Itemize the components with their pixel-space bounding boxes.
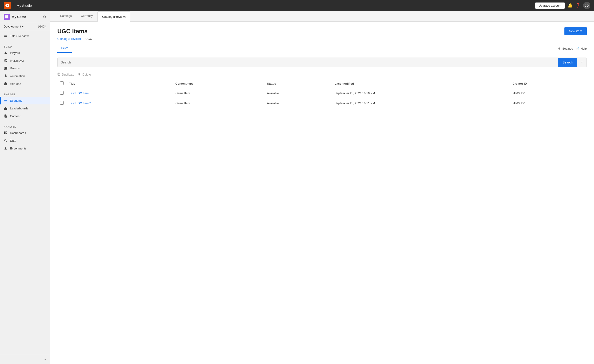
sidebar-item-content[interactable]: Content [0, 112, 50, 120]
search-input[interactable] [58, 58, 558, 67]
new-item-button[interactable]: New item [564, 27, 587, 35]
env-name: Development [4, 25, 21, 28]
row-title-2: Test UGC Item 2 [67, 98, 173, 108]
chart-icon [4, 34, 8, 38]
tab-catalogs[interactable]: Catalogs [55, 11, 76, 22]
sidebar-item-title-overview[interactable]: Title Overview [0, 32, 50, 40]
th-content-type: Content type [173, 79, 264, 88]
svg-rect-0 [5, 15, 7, 17]
app-body: My Game ⚙ Development ▾ 1/100K Title Ove… [0, 11, 594, 364]
tab-catalog-preview[interactable]: Catalog (Preview) [97, 11, 130, 22]
row-content-type-2: Game Item [173, 98, 264, 108]
sidebar-item-automation[interactable]: Automation [0, 72, 50, 80]
sidebar-item-data[interactable]: Data [0, 137, 50, 144]
row-checkbox-2[interactable] [60, 101, 64, 105]
inner-tabs: UGC ⚙ Settings 📄 Help [57, 44, 587, 53]
content-icon [4, 114, 8, 118]
page-header: UGC Items New item [57, 27, 587, 35]
engage-section: ENGAGE Economy Leaderboards Content [0, 89, 50, 122]
search-bar: Search [57, 58, 587, 67]
table-row: Test UGC Item Game Item Available Septem… [57, 88, 587, 98]
help-doc-icon: 📄 [576, 47, 579, 50]
game-selector[interactable]: My Game [4, 14, 26, 20]
svg-rect-1 [7, 15, 8, 17]
data-table: Title Content type Status Last modified [57, 79, 587, 108]
sidebar-item-label: Multiplayer [10, 59, 24, 62]
help-icon[interactable]: ❓ [575, 3, 580, 8]
th-creator-id: Creator ID [510, 79, 587, 88]
duplicate-icon [57, 73, 61, 76]
inner-tab-actions: ⚙ Settings 📄 Help [558, 47, 587, 50]
table-header: Title Content type Status Last modified [57, 79, 587, 88]
item-link-2[interactable]: Test UGC Item 2 [69, 101, 91, 105]
puzzle-icon [4, 82, 8, 86]
duplicate-button[interactable]: Duplicate [57, 72, 74, 77]
user-avatar[interactable]: JD [583, 2, 590, 9]
delete-icon [78, 73, 81, 76]
sidebar-item-economy[interactable]: Economy [0, 97, 50, 104]
upgrade-button[interactable]: Upgrade account [535, 2, 565, 9]
build-section-label: BUILD [0, 43, 50, 49]
tab-ugc[interactable]: UGC [57, 44, 72, 53]
economy-icon [4, 99, 8, 103]
th-last-modified: Last modified [332, 79, 510, 88]
select-all-checkbox[interactable] [60, 81, 64, 85]
tab-currency[interactable]: Currency [76, 11, 97, 22]
svg-rect-2 [5, 17, 7, 18]
person-icon [4, 51, 8, 55]
nav-divider [14, 3, 14, 8]
data-icon [4, 139, 8, 143]
game-icon [4, 14, 10, 20]
row-checkbox-1[interactable] [60, 91, 64, 95]
sidebar-item-players[interactable]: Players [0, 49, 50, 57]
bell-icon[interactable]: 🔔 [568, 3, 573, 8]
table-actions: Duplicate Delete [57, 72, 587, 77]
sidebar-item-addons[interactable]: Add-ons [0, 80, 50, 88]
sidebar-item-groups[interactable]: Groups [0, 64, 50, 72]
sidebar-item-multiplayer[interactable]: Multiplayer [0, 57, 50, 64]
sidebar-item-leaderboards[interactable]: Leaderboards [0, 104, 50, 112]
collapse-button[interactable]: « [44, 358, 46, 361]
breadcrumb-separator: › [83, 37, 83, 40]
sidebar-item-label: Dashboards [10, 131, 26, 135]
breadcrumb-current: UGC [86, 37, 92, 40]
sidebar-item-label: Title Overview [10, 34, 29, 38]
dashboard-icon [4, 131, 8, 135]
main-content: Catalogs Currency Catalog (Preview) UGC … [50, 11, 594, 364]
breadcrumb: Catalog (Preview) › UGC [57, 37, 587, 40]
th-select-all [57, 79, 67, 88]
leaderboard-icon [4, 106, 8, 110]
row-creator-id-2: title!30D0 [510, 98, 587, 108]
settings-icon[interactable]: ⚙ [43, 15, 46, 19]
env-left[interactable]: Development ▾ [4, 25, 24, 28]
sidebar-item-label: Content [10, 115, 20, 118]
breadcrumb-link[interactable]: Catalog (Preview) [57, 37, 81, 40]
settings-action[interactable]: ⚙ Settings [558, 47, 573, 50]
row-title-1: Test UGC Item [67, 88, 173, 98]
app-logo [4, 2, 11, 9]
th-title: Title [67, 79, 173, 88]
chevron-down-icon: ▾ [22, 25, 24, 28]
delete-button[interactable]: Delete [78, 72, 91, 77]
help-action[interactable]: 📄 Help [576, 47, 587, 50]
environment-selector[interactable]: Development ▾ 1/100K [0, 23, 50, 30]
filter-button[interactable] [577, 58, 587, 67]
th-status: Status [264, 79, 332, 88]
item-link-1[interactable]: Test UGC Item [69, 91, 88, 95]
automation-icon [4, 74, 8, 78]
sidebar-item-experiments[interactable]: Experiments [0, 144, 50, 152]
row-last-modified-1: September 28, 2021 10:10 PM [332, 88, 510, 98]
engage-section-label: ENGAGE [0, 91, 50, 97]
row-creator-id-1: title!30D0 [510, 88, 587, 98]
studio-title: My Studio [17, 4, 532, 7]
table-row: Test UGC Item 2 Game Item Available Sept… [57, 98, 587, 108]
search-button[interactable]: Search [558, 58, 577, 67]
row-checkbox-cell [57, 88, 67, 98]
page-title: UGC Items [57, 28, 88, 35]
grid-icon [4, 66, 8, 70]
env-count: 1/100K [38, 25, 46, 28]
sidebar-item-dashboards[interactable]: Dashboards [0, 129, 50, 137]
row-last-modified-2: September 28, 2021 10:11 PM [332, 98, 510, 108]
sidebar-item-label: Automation [10, 74, 25, 78]
analyze-section: ANALYZE Dashboards Data Experiments [0, 122, 50, 154]
